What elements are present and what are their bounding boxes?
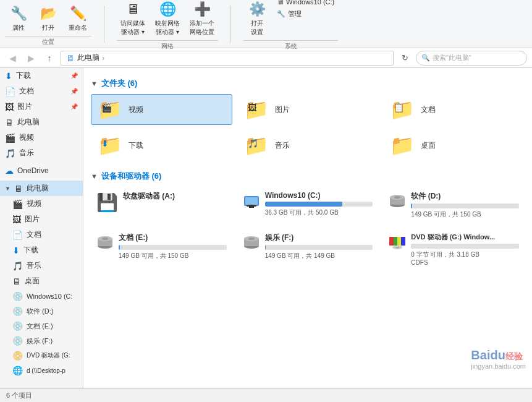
forward-button[interactable]: ▶ bbox=[23, 51, 38, 66]
folder-item-videos[interactable]: 📁 🎬 视频 bbox=[91, 94, 232, 125]
sidebar-pictures-tree-label: 图片 bbox=[25, 214, 40, 225]
rename-button[interactable]: ✏️ 重命名 bbox=[64, 1, 91, 35]
downloads-pin[interactable]: 📌 bbox=[70, 72, 78, 79]
folder-item-desktop[interactable]: 📁 桌面 bbox=[383, 130, 525, 161]
back-button[interactable]: ◀ bbox=[5, 51, 20, 66]
f-drive-bar-bg bbox=[265, 245, 373, 250]
properties-button[interactable]: 🔧 属性 bbox=[5, 1, 32, 35]
f-drive-size: 149 GB 可用，共 149 GB bbox=[265, 252, 373, 260]
manage-button[interactable]: 🔧 管理 bbox=[273, 8, 338, 20]
main-layout: ⬇ 下载 📌 📄 文档 📌 🖼 图片 📌 🖥 此电脑 🎬 视频 🎵 音乐 bbox=[0, 68, 532, 388]
music-folder-icon: 📁 🎵 bbox=[244, 135, 269, 155]
downloads-icon: ⬇ bbox=[5, 71, 12, 81]
svg-rect-18 bbox=[394, 237, 397, 246]
drive-item-f[interactable]: 娱乐 (F:) 149 GB 可用，共 149 GB bbox=[237, 228, 379, 270]
sidebar-item-documents[interactable]: 📄 文档 📌 bbox=[0, 83, 83, 99]
f-drive-info: 娱乐 (F:) 149 GB 可用，共 149 GB bbox=[265, 233, 373, 260]
toolbar-group-system: ⚙️ 打开设置 🖥 Windows10 (C:) 🔧 管理 系统 bbox=[243, 0, 338, 51]
folder-item-downloads[interactable]: 📁 ⬇ 下载 bbox=[91, 130, 232, 161]
open-settings-label: 打开设置 bbox=[251, 19, 263, 36]
open-icon: 📂 bbox=[38, 4, 58, 24]
a-drive-icon: 💾 bbox=[96, 192, 118, 213]
sidebar-item-videos-tree[interactable]: 🎬 视频 bbox=[0, 196, 83, 212]
toolbar-group-system-buttons: ⚙️ 打开设置 🖥 Windows10 (C:) 🔧 管理 bbox=[243, 0, 338, 39]
folder-item-documents[interactable]: 📁 📋 文档 bbox=[383, 94, 525, 125]
c-drive-bar-bg bbox=[265, 202, 373, 207]
map-network-button[interactable]: 🌐 映射网络驱动器 ▾ bbox=[151, 0, 184, 39]
sidebar-music-tree-label: 音乐 bbox=[27, 260, 41, 271]
drives-title: 设备和驱动器 (6) bbox=[101, 171, 162, 182]
videos-folder-name: 视频 bbox=[129, 105, 143, 115]
documents-pin[interactable]: 📌 bbox=[70, 88, 78, 95]
drive-item-g[interactable]: DVD 驱动器 (G:) Window... 0 字节 可用，共 3.18 GB… bbox=[383, 228, 525, 270]
sidebar-item-this-pc-tree[interactable]: ▼ 🖥 此电脑 bbox=[0, 181, 83, 196]
sidebar-item-downloads-tree[interactable]: ⬇ 下载 bbox=[0, 242, 83, 258]
sidebar-item-this-pc[interactable]: 🖥 此电脑 bbox=[0, 114, 83, 130]
drive-item-a[interactable]: 💾 软盘驱动器 (A:) bbox=[91, 187, 232, 223]
open-settings-button[interactable]: ⚙️ 打开设置 bbox=[243, 0, 271, 39]
system-props-icon: 🖥 bbox=[277, 0, 284, 6]
sidebar-item-videos[interactable]: 🎬 视频 bbox=[0, 130, 83, 145]
sidebar-f-drive-label: 娱乐 (F:) bbox=[27, 336, 53, 346]
sidebar-item-f-drive[interactable]: 💿 娱乐 (F:) bbox=[0, 333, 83, 348]
access-media-button[interactable]: 🖥 访问媒体驱动器 ▾ bbox=[117, 0, 149, 39]
e-drive-size: 149 GB 可用，共 150 GB bbox=[119, 252, 227, 260]
documents-folder-name: 文档 bbox=[421, 105, 436, 115]
sidebar-item-docs-tree[interactable]: 📄 文档 bbox=[0, 227, 83, 242]
d-drive-name: 软件 (D:) bbox=[411, 191, 519, 202]
system-props-button[interactable]: 🖥 Windows10 (C:) bbox=[273, 0, 338, 7]
drive-item-c[interactable]: Windows10 (C:) 36.3 GB 可用，共 50.0 GB bbox=[237, 187, 379, 223]
sidebar-desktop-tree-label: 桌面 bbox=[25, 276, 40, 286]
folders-title: 文件夹 (6) bbox=[101, 78, 138, 89]
sidebar-item-music[interactable]: 🎵 音乐 bbox=[0, 145, 83, 161]
sidebar-this-pc-tree-label: 此电脑 bbox=[27, 183, 49, 194]
up-button[interactable]: ↑ bbox=[42, 51, 57, 66]
drives-chevron[interactable]: ▼ bbox=[91, 173, 98, 180]
e-drive-icon-content bbox=[96, 234, 114, 255]
sidebar-item-g-drive[interactable]: 📀 DVD 驱动器 (G: bbox=[0, 348, 83, 363]
f-drive-bar-fill bbox=[265, 245, 266, 250]
d-drive-bar-fill bbox=[411, 203, 412, 208]
drive-item-d[interactable]: 软件 (D:) 149 GB 可用，共 150 GB bbox=[383, 187, 525, 223]
pictures-pin[interactable]: 📌 bbox=[70, 103, 78, 110]
manage-icon: 🔧 bbox=[277, 10, 285, 18]
g-drive-info: DVD 驱动器 (G:) Window... 0 字节 可用，共 3.18 GB… bbox=[411, 233, 519, 266]
sidebar-this-pc-label: 此电脑 bbox=[17, 117, 40, 127]
refresh-button[interactable]: ↻ bbox=[397, 51, 412, 66]
sidebar-item-onedrive[interactable]: ☁ OneDrive bbox=[0, 163, 83, 178]
c-drive-size: 36.3 GB 可用，共 50.0 GB bbox=[265, 208, 373, 217]
sidebar-item-desktop-tree[interactable]: 🖥 桌面 bbox=[0, 273, 83, 289]
c-drive-bar-fill bbox=[265, 202, 343, 207]
status-bar: 6 个项目 bbox=[0, 388, 532, 402]
folder-item-pictures[interactable]: 📁 🖼 图片 bbox=[237, 94, 379, 125]
sidebar-item-downloads[interactable]: ⬇ 下载 📌 bbox=[0, 68, 83, 83]
g-drive-extra: CDFS bbox=[411, 259, 519, 266]
pictures-folder-icon: 📁 🖼 bbox=[244, 100, 269, 119]
baidu-watermark: Baidu经验 jingyan.baidu.com bbox=[471, 348, 526, 370]
address-path[interactable]: 🖥 此电脑 › bbox=[61, 51, 394, 66]
sidebar-item-e-drive[interactable]: 💿 文档 (E:) bbox=[0, 319, 83, 333]
folders-chevron[interactable]: ▼ bbox=[91, 80, 98, 87]
sidebar-item-pictures-tree[interactable]: 🖼 图片 bbox=[0, 212, 83, 227]
drive-item-e[interactable]: 文档 (E:) 149 GB 可用，共 150 GB bbox=[91, 228, 232, 270]
folder-item-music[interactable]: 📁 🎵 音乐 bbox=[237, 130, 379, 161]
open-button[interactable]: 📂 打开 bbox=[35, 1, 62, 35]
a-drive-info: 软盘驱动器 (A:) bbox=[123, 191, 227, 202]
documents-icon: 📄 bbox=[5, 87, 15, 96]
search-box[interactable]: 🔍 搜索"此电脑" bbox=[416, 51, 527, 66]
open-settings-icon: ⚙️ bbox=[247, 0, 267, 19]
svg-point-11 bbox=[102, 237, 108, 240]
sidebar-item-c-drive[interactable]: 💿 Windows10 (C: bbox=[0, 289, 83, 304]
add-location-button[interactable]: ➕ 添加一个网络位置 bbox=[186, 0, 218, 39]
svg-rect-1 bbox=[245, 197, 258, 205]
sidebar-item-music-tree[interactable]: 🎵 音乐 bbox=[0, 258, 83, 273]
sidebar-item-network-drive[interactable]: 🌐 d (\\Desktop-p bbox=[0, 363, 83, 378]
sidebar-item-d-drive[interactable]: 💿 软件 (D:) bbox=[0, 304, 83, 319]
system-props-label: Windows10 (C:) bbox=[286, 0, 334, 6]
sidebar-c-drive-label: Windows10 (C: bbox=[27, 293, 73, 300]
folder-grid: 📁 🎬 视频 📁 🖼 图片 📁 📋 文档 bbox=[91, 94, 525, 161]
sidebar-item-pictures[interactable]: 🖼 图片 📌 bbox=[0, 99, 83, 114]
svg-rect-17 bbox=[389, 237, 394, 246]
svg-rect-2 bbox=[247, 205, 256, 207]
access-media-icon: 🖥 bbox=[123, 0, 143, 19]
